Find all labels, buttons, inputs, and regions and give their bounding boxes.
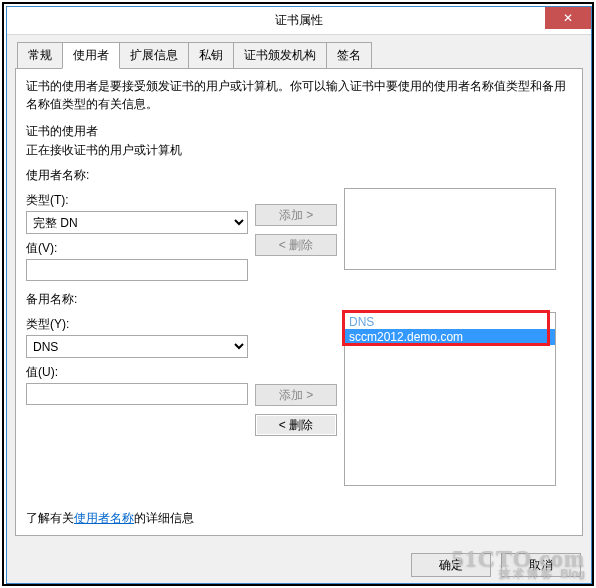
altname-listbox[interactable]: DNS sccm2012.demo.com [344, 312, 556, 486]
subject-value-input[interactable] [26, 259, 248, 281]
footer-post: 的详细信息 [134, 511, 194, 525]
altname-remove-button[interactable]: < 删除 [255, 414, 337, 436]
altname-value-input[interactable] [26, 383, 248, 405]
learn-more-link[interactable]: 使用者名称 [74, 511, 134, 525]
subject-group-label: 使用者名称: [26, 167, 572, 184]
altname-group-label: 备用名称: [26, 291, 572, 308]
tab-general[interactable]: 常规 [17, 42, 63, 69]
tab-subject[interactable]: 使用者 [62, 42, 120, 69]
footer-pre: 了解有关 [26, 511, 74, 525]
subject-type-label: 类型(T): [26, 192, 248, 209]
tab-panel-subject: 证书的使用者是要接受颁发证书的用户或计算机。你可以输入证书中要使用的使用者名称值… [15, 68, 583, 536]
subject-type-select[interactable]: 完整 DN [26, 211, 248, 234]
close-button[interactable]: ✕ [545, 7, 591, 29]
subject-add-button[interactable]: 添加 > [255, 204, 337, 226]
altname-add-button[interactable]: 添加 > [255, 384, 337, 406]
cancel-button[interactable]: 取消 [501, 553, 581, 577]
tab-ca[interactable]: 证书颁发机构 [233, 42, 327, 69]
altname-entry-kind: DNS [345, 313, 555, 329]
altname-type-label: 类型(Y): [26, 316, 248, 333]
subject-remove-button[interactable]: < 删除 [255, 234, 337, 256]
tab-privatekey[interactable]: 私钥 [188, 42, 234, 69]
close-icon: ✕ [563, 11, 573, 25]
altname-type-select[interactable]: DNS [26, 335, 248, 358]
subject-listbox[interactable] [344, 188, 556, 270]
section-subtitle: 正在接收证书的用户或计算机 [26, 142, 572, 159]
altname-entry-value[interactable]: sccm2012.demo.com [345, 329, 555, 345]
tab-extensions[interactable]: 扩展信息 [119, 42, 189, 69]
tab-strip: 常规 使用者 扩展信息 私钥 证书颁发机构 签名 [17, 41, 583, 68]
subject-value-label: 值(V): [26, 240, 248, 257]
section-title: 证书的使用者 [26, 123, 572, 140]
ok-button[interactable]: 确定 [411, 553, 491, 577]
titlebar: 证书属性 ✕ [7, 7, 591, 35]
description-text: 证书的使用者是要接受颁发证书的用户或计算机。你可以输入证书中要使用的使用者名称值… [26, 77, 572, 113]
tab-signature[interactable]: 签名 [326, 42, 372, 69]
altname-value-label: 值(U): [26, 364, 248, 381]
window-title: 证书属性 [275, 12, 323, 29]
